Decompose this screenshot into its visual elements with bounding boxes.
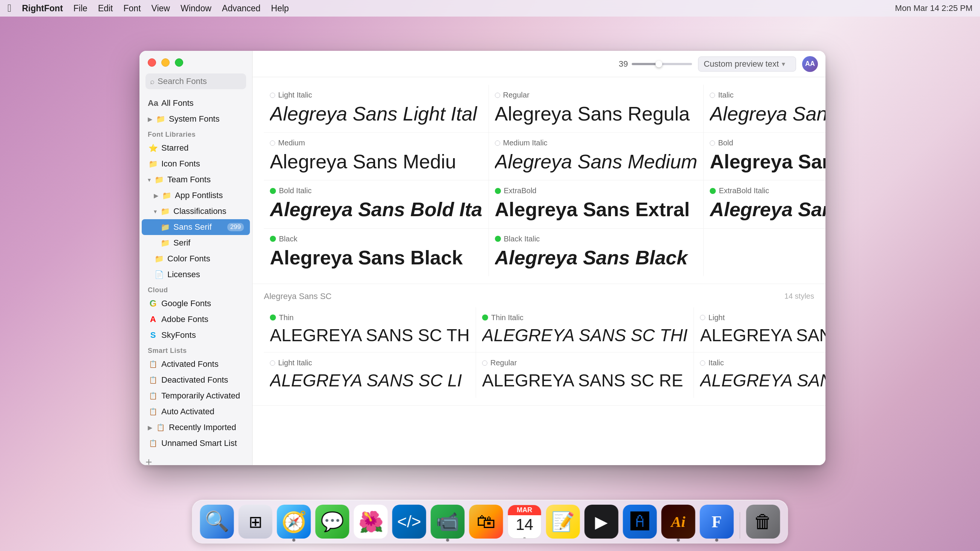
dock-tv[interactable]: ▶ <box>585 505 619 538</box>
search-input[interactable] <box>158 76 242 86</box>
user-avatar[interactable]: AA <box>802 56 818 72</box>
font-style-card[interactable]: ExtraBold Italic Alegreya Sans ExtraB <box>704 180 826 228</box>
chevron-right-icon: ▶ <box>154 192 158 199</box>
font-style-card[interactable]: Black Italic Alegreya Sans Black <box>489 229 704 276</box>
dropdown-chevron-icon: ▾ <box>782 60 785 68</box>
fullscreen-button[interactable] <box>175 59 183 67</box>
dock-trash[interactable]: 🗑 <box>746 505 780 538</box>
help-menu[interactable]: Help <box>271 3 289 14</box>
sidebar-item-auto-activated[interactable]: 📋 Auto Activated <box>142 404 250 419</box>
sidebar-item-recently-imported[interactable]: ▶ 📋 Recently Imported <box>142 419 250 435</box>
dock-notes[interactable]: 📝 <box>546 505 580 538</box>
font-preview: Alegreya Sans Regula <box>495 103 698 125</box>
font-style-card[interactable]: Italic Alegreya Sans SC It <box>694 353 826 398</box>
dock-facetime[interactable]: 📹 <box>431 505 465 538</box>
sidebar-item-starred[interactable]: ⭐ Starred <box>142 140 250 156</box>
sidebar-item-skyfonts[interactable]: S SkyFonts <box>142 327 250 343</box>
dock-messages[interactable]: 💬 <box>315 505 349 538</box>
store-icon: 🛍 <box>477 511 496 532</box>
search-bar[interactable]: ⌕ <box>145 73 246 89</box>
font-menu[interactable]: Font <box>124 3 141 14</box>
app-menu-name[interactable]: RightFont <box>22 3 63 14</box>
dock-appstore[interactable]: 🅰 <box>623 505 657 538</box>
font-style-card[interactable]: Medium Alegreya Sans Mediu <box>264 133 489 180</box>
style-header: Regular <box>495 91 698 99</box>
preview-text-selector[interactable]: Custom preview text ▾ <box>698 57 796 71</box>
sidebar-item-label: Icon Fonts <box>161 159 244 169</box>
font-style-card[interactable]: Bold Alegreya Sans Bold <box>704 133 826 180</box>
advanced-menu[interactable]: Advanced <box>222 3 261 14</box>
illustrator-icon: Ai <box>671 513 686 531</box>
font-style-card[interactable]: Regular Alegreya Sans Regula <box>489 85 704 133</box>
font-preview: Alegreya Sans Light Ital <box>270 103 482 125</box>
font-style-card[interactable]: ExtraBold Alegreya Sans Extral <box>489 180 704 228</box>
dock-vscode[interactable]: </> <box>392 505 426 538</box>
style-name: Italic <box>718 91 733 99</box>
edit-menu[interactable]: Edit <box>98 3 113 14</box>
font-style-card[interactable]: Light Alegreya Sans SC Lic <box>694 307 826 353</box>
sidebar-item-deactivated-fonts[interactable]: 📋 Deactivated Fonts <box>142 372 250 388</box>
font-style-card[interactable]: Italic Alegreya Sans Italic <box>704 85 826 133</box>
size-slider[interactable] <box>632 63 692 65</box>
font-style-card[interactable]: Light Italic Alegreya Sans Light Ital <box>264 85 489 133</box>
font-preview: Alegreya Sans Black <box>495 247 698 268</box>
sidebar-item-activated-fonts[interactable]: 📋 Activated Fonts <box>142 356 250 372</box>
sidebar-item-system-fonts[interactable]: ▶ 📁 System Fonts <box>142 111 250 127</box>
sidebar-item-unnamed-smart-list[interactable]: 📋 Unnamed Smart List <box>142 435 250 451</box>
sans-serif-icon: 📁 <box>160 222 170 232</box>
dock-store[interactable]: 🛍 <box>469 505 503 538</box>
sidebar-item-label: Adobe Fonts <box>161 314 244 324</box>
font-style-card[interactable]: Medium Italic Alegreya Sans Medium <box>489 133 704 180</box>
sidebar-item-label: System Fonts <box>169 114 244 124</box>
sidebar-item-licenses[interactable]: 📄 Licenses <box>142 267 250 283</box>
sidebar-item-icon-fonts[interactable]: 📁 Icon Fonts <box>142 156 250 172</box>
dock-rightfont[interactable]: F <box>700 505 734 538</box>
sidebar-item-label: Deactivated Fonts <box>161 375 244 385</box>
view-menu[interactable]: View <box>151 3 170 14</box>
activation-dot <box>270 93 275 98</box>
dock-photos[interactable]: 🌺 <box>354 505 388 538</box>
trash-icon: 🗑 <box>754 511 773 532</box>
font-grid: Light Italic Alegreya Sans Light Ital Re… <box>253 77 826 465</box>
style-name: Black Italic <box>504 235 540 243</box>
window-menu[interactable]: Window <box>181 3 212 14</box>
app-running-dot <box>523 537 526 538</box>
dock-finder[interactable]: 🔍 <box>200 505 234 538</box>
slider-thumb[interactable] <box>655 60 662 67</box>
font-style-card[interactable]: Thin Alegreya Sans SC Th <box>264 307 476 353</box>
add-list-button[interactable]: + <box>140 451 252 465</box>
font-style-card[interactable]: Regular Alegreya Sans SC Re <box>476 353 694 398</box>
skyfonts-icon: S <box>148 330 158 340</box>
dock-safari[interactable]: 🧭 <box>277 505 311 538</box>
sidebar-item-google-fonts[interactable]: G Google Fonts <box>142 295 250 311</box>
activation-dot <box>270 140 275 146</box>
font-style-card[interactable]: Thin Italic Alegreya Sans SC Thi <box>476 307 694 353</box>
sidebar-item-sans-serif[interactable]: 📁 Sans Serif 299 <box>142 219 250 235</box>
dock-calendar[interactable]: MAR 14 <box>508 505 542 538</box>
dock-illustrator[interactable]: Ai <box>662 505 695 538</box>
activation-dot <box>482 360 487 366</box>
style-name: Bold <box>718 138 733 147</box>
search-icon: ⌕ <box>150 77 154 86</box>
adobe-fonts-icon: A <box>148 314 158 325</box>
sidebar-item-color-fonts[interactable]: 📁 Color Fonts <box>142 251 250 267</box>
apple-menu[interactable]:  <box>8 2 11 14</box>
vscode-icon: </> <box>397 512 422 531</box>
size-value: 39 <box>619 59 628 69</box>
sidebar-item-classifications[interactable]: ▾ 📁 Classifications <box>142 203 250 219</box>
sidebar-item-serif[interactable]: 📁 Serif <box>142 235 250 251</box>
close-button[interactable] <box>148 59 156 67</box>
dock-launchpad[interactable]: ⊞ <box>239 505 272 538</box>
font-style-card[interactable]: Black Alegreya Sans Black <box>264 229 489 276</box>
font-style-card[interactable]: Light Italic Alegreya Sans SC Li <box>264 353 476 398</box>
sidebar-item-adobe-fonts[interactable]: A Adobe Fonts <box>142 311 250 327</box>
sidebar-item-label: Unnamed Smart List <box>161 438 244 448</box>
sidebar-item-temporarily-activated[interactable]: 📋 Temporarily Activated <box>142 388 250 404</box>
style-header: Light Italic <box>270 359 469 367</box>
sidebar-item-app-fontlists[interactable]: ▶ 📁 App Fontlists <box>142 187 250 203</box>
sidebar-item-team-fonts[interactable]: ▾ 📁 Team Fonts <box>142 172 250 187</box>
sidebar-item-all-fonts[interactable]: Aa All Fonts <box>142 95 250 111</box>
minimize-button[interactable] <box>161 59 170 67</box>
file-menu[interactable]: File <box>73 3 88 14</box>
font-style-card[interactable]: Bold Italic Alegreya Sans Bold Ita <box>264 180 489 228</box>
